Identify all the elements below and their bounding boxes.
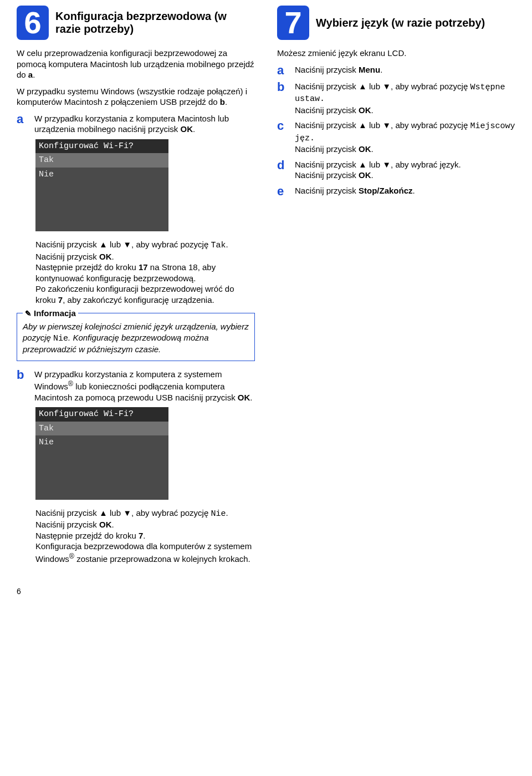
lcd-option-tak: Tak — [35, 422, 168, 436]
step-7-column: 7 Wybierz język (w razie potrzeby) Możes… — [277, 6, 515, 570]
lcd-title: Konfigurować Wi-Fi? — [35, 407, 168, 422]
step-6-intro-2: W przypadku systemu Windows (wszystkie r… — [17, 86, 255, 108]
step-number-badge: 6 — [17, 6, 49, 40]
info-text: Aby w pierwszej kolejności zmienić język… — [23, 321, 249, 355]
step-6-column: 6 Konfiguracja bezprzewodowa (w razie po… — [17, 6, 255, 570]
step-6-header: 6 Konfiguracja bezprzewodowa (w razie po… — [17, 6, 255, 40]
step-6-title: Konfiguracja bezprzewodowa (w razie potr… — [55, 10, 255, 35]
substep-letter: c — [277, 120, 288, 155]
substep-b-text: W przypadku korzystania z komputera z sy… — [34, 369, 255, 403]
substep-a-text: W przypadku korzystania z komputera Maci… — [34, 113, 255, 135]
substep-7c: c Naciśnij przycisk ▲ lub ▼, aby wybrać … — [277, 120, 515, 155]
step-7-title: Wybierz język (w razie potrzeby) — [316, 17, 485, 29]
substep-7c-text: Naciśnij przycisk ▲ lub ▼, aby wybrać po… — [295, 120, 515, 155]
substep-b-followup: Naciśnij przycisk ▲ lub ▼, aby wybrać po… — [35, 508, 255, 565]
substep-7d-text: Naciśnij przycisk ▲ lub ▼, aby wybrać ję… — [295, 159, 515, 181]
lcd-title: Konfigurować Wi-Fi? — [35, 139, 168, 154]
substep-a: a W przypadku korzystania z komputera Ma… — [17, 113, 255, 135]
step-number-badge: 7 — [277, 6, 309, 40]
substep-letter: b — [277, 81, 288, 116]
step-7-intro: Możesz zmienić język ekranu LCD. — [277, 48, 515, 59]
lcd-option-nie: Nie — [35, 435, 168, 450]
substep-letter: b — [17, 369, 28, 403]
lcd-option-nie: Nie — [35, 168, 168, 182]
substep-letter: d — [277, 159, 288, 181]
step-6-intro-1: W celu przeprowadzenia konfiguracji bezp… — [17, 48, 255, 80]
lcd-screen-2: Konfigurować Wi-Fi? Tak Nie — [35, 407, 168, 500]
pencil-icon: ✎ — [25, 308, 32, 318]
substep-7d: d Naciśnij przycisk ▲ lub ▼, aby wybrać … — [277, 159, 515, 181]
step-7-header: 7 Wybierz język (w razie potrzeby) — [277, 6, 515, 40]
substep-7b: b Naciśnij przycisk ▲ lub ▼, aby wybrać … — [277, 81, 515, 116]
substep-7a-text: Naciśnij przycisk Menu. — [295, 64, 515, 77]
lcd-option-tak: Tak — [35, 153, 168, 168]
substep-b: b W przypadku korzystania z komputera z … — [17, 369, 255, 403]
lcd-screen-1: Konfigurować Wi-Fi? Tak Nie — [35, 139, 168, 232]
substep-7e: e Naciśnij przycisk Stop/Zakończ. — [277, 185, 515, 197]
substep-7b-text: Naciśnij przycisk ▲ lub ▼, aby wybrać po… — [295, 81, 515, 116]
substep-letter: a — [17, 113, 28, 135]
info-box: ✎ Informacja Aby w pierwszej kolejności … — [17, 313, 255, 361]
substep-letter: e — [277, 185, 288, 197]
page-number: 6 — [17, 586, 515, 596]
substep-7e-text: Naciśnij przycisk Stop/Zakończ. — [295, 185, 515, 197]
substep-letter: a — [277, 64, 288, 77]
substep-7a: a Naciśnij przycisk Menu. — [277, 64, 515, 77]
info-label: ✎ Informacja — [23, 308, 78, 319]
substep-a-followup: Naciśnij przycisk ▲ lub ▼, aby wybrać po… — [35, 239, 255, 305]
